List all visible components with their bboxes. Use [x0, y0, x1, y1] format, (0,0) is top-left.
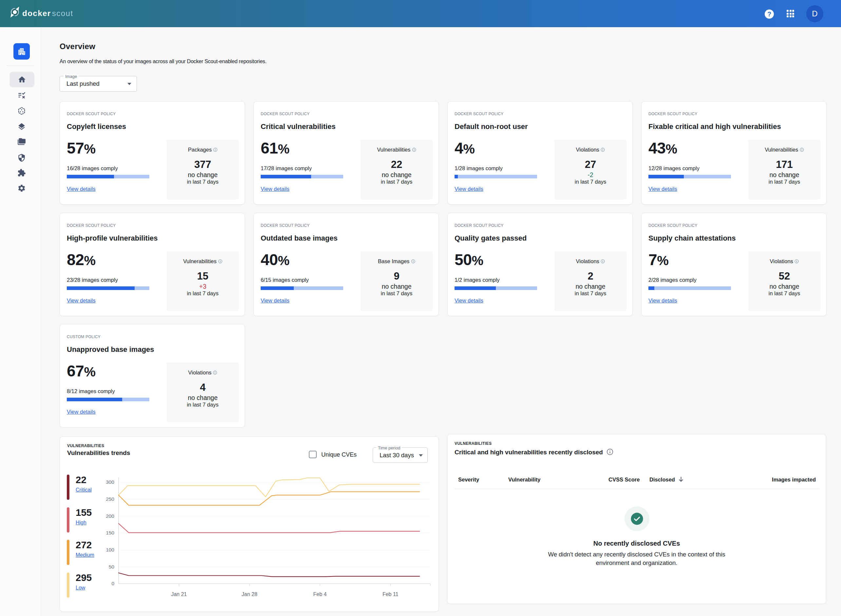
svg-text:200: 200 — [106, 513, 114, 519]
svg-text:Jan 21: Jan 21 — [171, 591, 187, 597]
svg-text:250: 250 — [106, 496, 114, 502]
svg-text:100: 100 — [106, 547, 114, 553]
svg-text:Feb 11: Feb 11 — [382, 591, 398, 597]
svg-text:0: 0 — [111, 581, 114, 586]
svg-text:300: 300 — [106, 479, 114, 485]
svg-text:50: 50 — [109, 564, 115, 569]
svg-text:Feb 4: Feb 4 — [313, 591, 327, 597]
svg-text:150: 150 — [106, 530, 114, 535]
svg-text:Jan 28: Jan 28 — [242, 591, 257, 597]
